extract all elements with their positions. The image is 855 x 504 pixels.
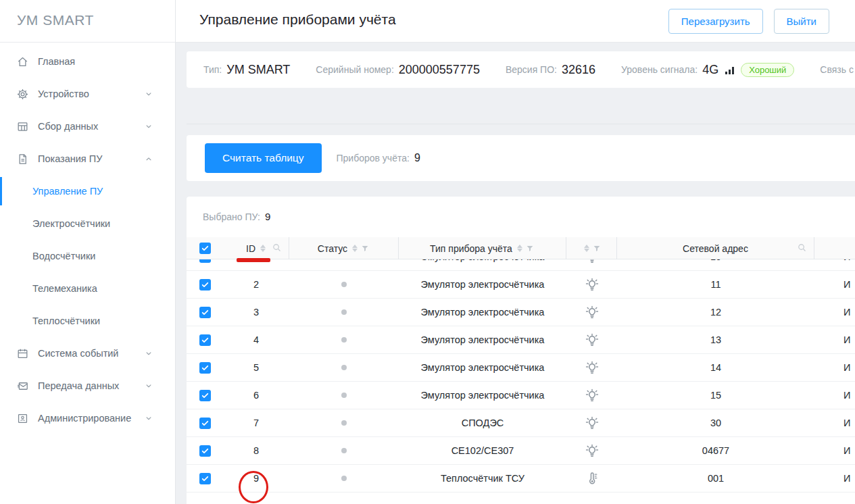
reload-button[interactable]: Перезагрузить xyxy=(668,9,763,34)
cell-type: СПОДЭС xyxy=(399,418,566,428)
admin-icon xyxy=(16,412,29,425)
signal-level: Уровень сигнала: 4G Хороший xyxy=(621,63,794,77)
cell-type: СЕ102/СЕ307 xyxy=(399,445,566,456)
cell-type: Эмулятор электросчётчика xyxy=(399,259,566,262)
sort-icon[interactable] xyxy=(352,245,358,252)
cell-type: Эмулятор электросчётчика xyxy=(399,390,566,401)
sidebar-item-сбор-данных[interactable]: Сбор данных xyxy=(0,110,175,143)
header-icon-column[interactable] xyxy=(566,237,617,259)
table-row: 6 Эмулятор электросчётчика 15 И xyxy=(187,382,855,409)
row-checkbox[interactable] xyxy=(199,259,211,263)
table-header-row: ID Статус Тип прибора учёта Сетевой адре… xyxy=(187,237,855,259)
status-dot-icon xyxy=(341,337,347,343)
chevron-down-icon xyxy=(144,89,153,99)
table-row: 3 Эмулятор электросчётчика 12 И xyxy=(187,299,855,326)
meters-table-card: Выбрано ПУ: 9 ID Статус Тип прибора учёт… xyxy=(187,197,855,504)
cell-id: 3 xyxy=(223,307,289,318)
status-dot-icon xyxy=(341,476,347,481)
row-checkbox[interactable] xyxy=(199,279,211,291)
chevron-down-icon xyxy=(144,381,153,390)
table-body-viewport[interactable]: 1 Эмулятор электросчётчика 10 И 2 Эмулят… xyxy=(187,259,855,500)
row-checkbox[interactable] xyxy=(199,390,211,401)
sidebar-item-label: Передача данных xyxy=(38,380,119,391)
status-dot-icon xyxy=(341,309,347,315)
cell-clipped: И xyxy=(814,279,855,290)
row-checkbox[interactable] xyxy=(199,334,211,346)
cell-id: 4 xyxy=(223,334,289,345)
sidebar-item-label: Управление ПУ xyxy=(32,186,103,197)
sidebar-item-теплосчётчики[interactable]: Теплосчётчики xyxy=(0,305,175,337)
row-checkbox[interactable] xyxy=(199,307,211,318)
cell-address: 10 xyxy=(617,259,814,262)
sidebar-item-label: Водосчётчики xyxy=(32,251,95,261)
row-checkbox[interactable] xyxy=(199,418,211,429)
header-actions: Перезагрузить Выйти xyxy=(668,9,829,34)
status-dot-icon xyxy=(341,393,347,398)
sidebar-item-телемеханика[interactable]: Телемеханика xyxy=(0,272,175,305)
cell-type: Эмулятор электросчётчика xyxy=(399,334,566,345)
sidebar-item-label: Главная xyxy=(38,56,75,67)
filter-icon[interactable] xyxy=(592,244,602,253)
table-row: 1 Эмулятор электросчётчика 10 И xyxy=(187,259,855,271)
header-address[interactable]: Сетевой адрес xyxy=(617,237,814,259)
sort-icon[interactable] xyxy=(260,245,266,252)
selected-meters: Выбрано ПУ: 9 xyxy=(187,211,855,222)
cell-id: 7 xyxy=(223,418,289,428)
sort-icon[interactable] xyxy=(517,245,522,252)
search-icon[interactable] xyxy=(272,243,282,253)
sidebar-item-label: Сбор данных xyxy=(38,121,98,132)
sidebar-item-показания-пу[interactable]: Показания ПУ xyxy=(0,143,175,175)
row-checkbox[interactable] xyxy=(199,445,211,457)
cell-type: Теплосчётчик ТСУ xyxy=(399,473,566,484)
uspd-link: Связь с УСПД: Присутствует xyxy=(820,63,855,77)
sidebar-item-устройство[interactable]: Устройство xyxy=(0,78,175,110)
header-id[interactable]: ID xyxy=(223,237,289,259)
cell-clipped: И xyxy=(814,334,855,345)
chevron-down-icon xyxy=(144,349,153,358)
cell-id: 8 xyxy=(223,445,289,456)
search-icon[interactable] xyxy=(797,243,807,253)
sidebar-item-управление-пу[interactable]: Управление ПУ xyxy=(0,175,175,207)
annotation-red-circle-row9 xyxy=(239,471,268,503)
cell-id: 5 xyxy=(223,362,289,373)
device-type: Тип: УМ SMART xyxy=(203,63,290,77)
cell-address: 001 xyxy=(617,473,814,484)
lightbulb-icon xyxy=(585,277,600,292)
logout-button[interactable]: Выйти xyxy=(774,9,829,34)
cell-address: 14 xyxy=(617,362,814,373)
sidebar-item-label: Телемеханика xyxy=(32,283,97,294)
cell-clipped: И xyxy=(814,418,855,428)
cell-id: 6 xyxy=(223,390,289,401)
thermometer-icon xyxy=(585,471,600,486)
sidebar-item-label: Администрирование xyxy=(38,413,131,424)
cell-type: Эмулятор электросчётчика xyxy=(399,279,566,290)
filter-icon[interactable] xyxy=(525,244,535,253)
header-type[interactable]: Тип прибора учёта xyxy=(399,237,566,259)
row-checkbox[interactable] xyxy=(199,473,211,484)
table-body: 1 Эмулятор электросчётчика 10 И 2 Эмулят… xyxy=(187,259,855,493)
header-status[interactable]: Статус xyxy=(289,237,399,259)
status-dot-icon xyxy=(341,282,347,287)
sidebar-item-электросчётчики[interactable]: Электросчётчики xyxy=(0,207,175,240)
cell-address: 04677 xyxy=(617,445,814,456)
status-dot-icon xyxy=(341,420,347,426)
cell-clipped: И xyxy=(814,445,855,456)
signal-bars-icon xyxy=(725,64,736,75)
row-checkbox[interactable] xyxy=(199,362,211,374)
sort-icon[interactable] xyxy=(584,245,589,252)
sidebar-item-администрирование[interactable]: Администрирование xyxy=(0,402,175,434)
status-dot-icon xyxy=(341,448,347,453)
sidebar-item-главная[interactable]: Главная xyxy=(0,45,175,78)
app-logo: УМ SMART xyxy=(0,0,175,43)
cell-address: 12 xyxy=(617,307,814,318)
sidebar-item-система-событий[interactable]: Система событий xyxy=(0,337,175,370)
sidebar-item-передача-данных[interactable]: Передача данных xyxy=(0,370,175,402)
firmware-version: Версия ПО: 32616 xyxy=(506,63,595,77)
sidebar-item-водосчётчики[interactable]: Водосчётчики xyxy=(0,240,175,272)
chevron-down-icon xyxy=(144,413,153,423)
select-all-checkbox[interactable] xyxy=(199,243,211,254)
sidebar-menu: Главная Устройство Сбор данных Показания… xyxy=(0,43,175,434)
table-row: 8 СЕ102/СЕ307 04677 И xyxy=(187,437,855,465)
filter-icon[interactable] xyxy=(360,244,370,253)
read-table-button[interactable]: Считать таблицу xyxy=(205,143,322,173)
